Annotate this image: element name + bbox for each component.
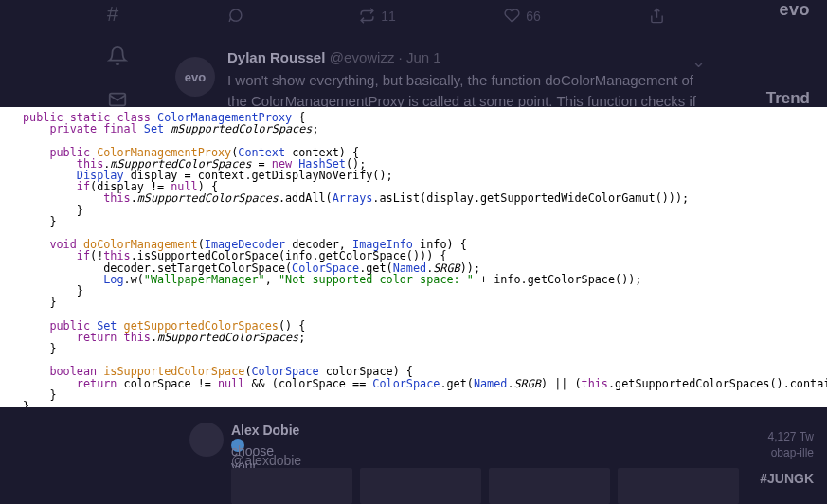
trend-hashtag[interactable]: #JUNGK — [760, 471, 814, 486]
trends-heading: Trend — [766, 89, 810, 108]
tweet-body: I won't show everything, but basically, … — [227, 70, 701, 112]
share-icon[interactable] — [649, 8, 673, 27]
reply-icon[interactable] — [227, 8, 251, 27]
avatar[interactable] — [189, 423, 224, 457]
avatar[interactable]: evo — [175, 57, 215, 97]
like-count[interactable]: 66 — [504, 8, 541, 27]
retweet-count[interactable]: 11 — [359, 8, 396, 27]
bell-icon[interactable] — [107, 45, 128, 72]
poll-option[interactable] — [360, 468, 481, 504]
poll-tiles — [231, 468, 739, 504]
trend-meta: 4,127 Twobap-ille — [768, 429, 814, 461]
code-block: public static class ColorManagementProxy… — [23, 112, 827, 407]
tweet-header: Dylan Roussel @evowizz · Jun 1 — [227, 49, 441, 66]
poll-option[interactable] — [618, 468, 739, 504]
code-snippet: public static class ColorManagementProxy… — [0, 107, 827, 407]
poll-option[interactable] — [231, 468, 352, 504]
author-name[interactable]: Dylan Roussel — [227, 49, 325, 65]
author-handle[interactable]: @evowizz · Jun 1 — [330, 49, 441, 65]
author-name[interactable]: Alex Dobie — [231, 423, 299, 438]
more-icon[interactable]: ⌄ — [692, 51, 706, 72]
poll-option[interactable] — [489, 468, 610, 504]
evo-logo: evo — [779, 0, 810, 20]
tweet-metrics: 11 66 — [227, 8, 673, 27]
hash-icon[interactable]: # — [107, 2, 118, 27]
